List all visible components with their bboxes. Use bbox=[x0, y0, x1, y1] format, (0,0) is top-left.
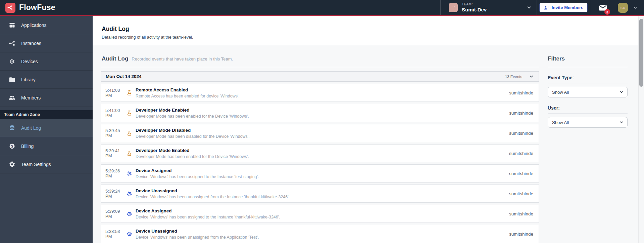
event-description: Developer Mode has been enabled for the … bbox=[136, 114, 249, 119]
users-icon bbox=[9, 94, 15, 101]
event-title: Developer Mode Disabled bbox=[136, 128, 250, 133]
sidebar-item-label: Audit Log bbox=[21, 125, 41, 131]
filters-panel: Filters Event Type: Show All User: Show … bbox=[548, 55, 628, 243]
event-type-value: Show All bbox=[552, 90, 569, 95]
sidebar-item-label: Devices bbox=[21, 59, 38, 64]
sidebar-item-audit-log[interactable]: Audit Log bbox=[0, 119, 93, 137]
event-title: Device Unassigned bbox=[136, 188, 290, 193]
audit-event-row: 5:41:00 PM Developer Mode Enabled Develo… bbox=[101, 104, 539, 122]
sidebar-item-label: Members bbox=[21, 95, 41, 100]
invite-members-segment: Invite Members bbox=[537, 0, 590, 15]
team-name: Sumit-Dev bbox=[462, 7, 487, 12]
chevron-down-icon bbox=[619, 120, 624, 125]
instances-icon bbox=[9, 40, 15, 47]
devices-icon bbox=[9, 58, 15, 65]
user-filter-label: User: bbox=[548, 105, 628, 111]
team-label: TEAM: bbox=[462, 3, 487, 6]
user-avatar[interactable]: su bbox=[618, 3, 628, 13]
flask-icon bbox=[126, 110, 133, 116]
date-group-header[interactable]: Mon Oct 14 2024 13 Events bbox=[101, 71, 539, 82]
team-avatar bbox=[449, 3, 458, 12]
page-title: Audit Log bbox=[102, 26, 644, 32]
chip-icon bbox=[126, 211, 133, 217]
notifications-badge: 3 bbox=[604, 9, 610, 15]
audit-event-row: 5:39:45 PM Developer Mode Disabled Devel… bbox=[101, 124, 539, 142]
chevron-down-icon bbox=[526, 5, 532, 10]
event-user: sumitshinde bbox=[509, 211, 533, 216]
event-user: sumitshinde bbox=[509, 232, 533, 237]
main-content: Audit Log Detailed recording of all acti… bbox=[93, 16, 644, 243]
chip-icon bbox=[126, 191, 133, 197]
notifications-button[interactable]: 3 bbox=[590, 0, 615, 15]
event-user: sumitshinde bbox=[509, 191, 533, 196]
event-time: 5:41:00 PM bbox=[105, 108, 126, 118]
audit-event-row: 5:38:53 PM Device Unassigned Device 'Win… bbox=[101, 225, 539, 243]
audit-log-panel: Audit Log Recorded events that have take… bbox=[101, 55, 539, 243]
chip-icon bbox=[126, 231, 133, 237]
event-time: 5:38:53 PM bbox=[105, 229, 126, 239]
sidebar-item-label: Applications bbox=[21, 23, 47, 28]
divider bbox=[548, 83, 628, 83]
sidebar-item-label: Instances bbox=[21, 41, 41, 46]
invite-members-button[interactable]: Invite Members bbox=[539, 3, 588, 12]
event-title: Device Assigned bbox=[136, 208, 280, 213]
flask-icon bbox=[126, 150, 133, 157]
top-navbar: FlowFuse TEAM: Sumit-Dev bbox=[0, 0, 644, 15]
audit-event-row: 5:39:09 PM Device Assigned Device 'Windo… bbox=[101, 205, 539, 223]
user-menu: su bbox=[615, 0, 644, 15]
divider bbox=[548, 67, 628, 67]
sidebar-item-label: Billing bbox=[21, 144, 34, 149]
sidebar-item-instances[interactable]: Instances bbox=[0, 34, 93, 52]
sidebar-item-billing[interactable]: $ Billing bbox=[0, 137, 93, 155]
chevron-down-icon bbox=[619, 90, 624, 94]
event-title: Remote Access Enabled bbox=[136, 87, 240, 92]
event-user: sumitshinde bbox=[509, 171, 533, 176]
team-admin-zone-header: Team Admin Zone bbox=[0, 110, 93, 119]
sidebar-item-members[interactable]: Members bbox=[0, 89, 93, 107]
event-time: 5:39:41 PM bbox=[105, 148, 126, 158]
event-description: Developer Mode has been enabled for the … bbox=[136, 154, 249, 159]
event-title: Device Assigned bbox=[136, 168, 259, 173]
event-user: sumitshinde bbox=[509, 111, 533, 116]
event-description: Device 'Windows' has been unassigned fro… bbox=[136, 235, 259, 240]
page-subtitle: Detailed recording of all activity at th… bbox=[102, 35, 644, 40]
navbar-right-group: TEAM: Sumit-Dev Invite Members bbox=[440, 0, 644, 15]
sidebar-item-devices[interactable]: Devices bbox=[0, 52, 93, 71]
event-time: 5:39:45 PM bbox=[105, 128, 126, 138]
event-description: Device 'Windows' has been unassigned fro… bbox=[136, 195, 290, 199]
svg-text:$: $ bbox=[11, 144, 13, 148]
flowfuse-logo[interactable]: FlowFuse bbox=[0, 0, 55, 15]
user-filter-value: Show All bbox=[552, 120, 569, 125]
audit-event-row: 5:41:03 PM Remote Access Enabled Remote … bbox=[101, 84, 539, 102]
chevron-down-icon[interactable] bbox=[633, 5, 638, 10]
audit-event-row: 5:39:36 PM Device Assigned Device 'Windo… bbox=[101, 164, 539, 183]
flask-icon bbox=[126, 90, 133, 96]
sidebar: Applications Instances Devices bbox=[0, 16, 93, 243]
sidebar-item-library[interactable]: Library bbox=[0, 71, 93, 89]
divider bbox=[101, 67, 539, 67]
sidebar-item-applications[interactable]: Applications bbox=[0, 16, 93, 34]
team-selector[interactable]: TEAM: Sumit-Dev bbox=[441, 0, 537, 15]
event-type-select[interactable]: Show All bbox=[548, 87, 628, 97]
folder-icon bbox=[9, 76, 15, 83]
event-title: Developer Mode Enabled bbox=[136, 148, 249, 153]
event-description: Device 'Windows' has been assigned to th… bbox=[136, 215, 280, 219]
filters-title: Filters bbox=[548, 55, 628, 62]
event-user: sumitshinde bbox=[509, 131, 533, 136]
event-time: 5:39:36 PM bbox=[105, 168, 126, 178]
event-time: 5:39:09 PM bbox=[105, 209, 126, 219]
scrollbar-thumb[interactable] bbox=[639, 19, 643, 87]
flowfuse-logo-icon bbox=[5, 3, 15, 13]
user-filter-select[interactable]: Show All bbox=[548, 117, 628, 128]
dollar-circle-icon: $ bbox=[9, 143, 15, 150]
event-description: Remote Access has been enabled for devic… bbox=[136, 94, 240, 98]
divider bbox=[548, 113, 628, 114]
event-time: 5:39:24 PM bbox=[105, 189, 126, 199]
sidebar-item-label: Library bbox=[21, 77, 36, 82]
sidebar-item-team-settings[interactable]: Team Settings bbox=[0, 155, 93, 173]
chevron-down-icon[interactable] bbox=[529, 74, 534, 79]
audit-event-row: 5:39:41 PM Developer Mode Enabled Develo… bbox=[101, 144, 539, 162]
vertical-scrollbar[interactable] bbox=[638, 16, 644, 243]
chip-icon bbox=[126, 170, 133, 177]
section-subtitle: Recorded events that have taken place in… bbox=[132, 56, 233, 63]
